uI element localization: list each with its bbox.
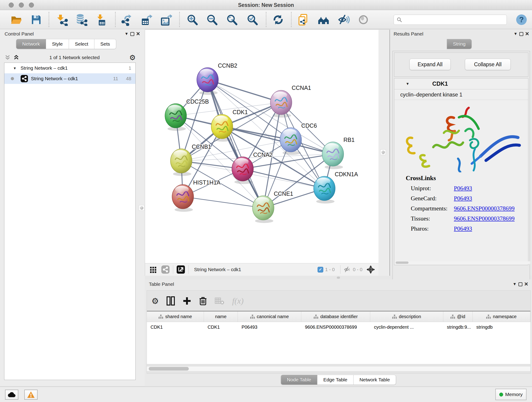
birds-eye-grid-icon[interactable] (149, 265, 157, 274)
network-node-HIST1H1A[interactable] (172, 185, 194, 209)
network-node-RB1[interactable] (322, 142, 344, 166)
left-splitter-collapse-button[interactable] (139, 205, 144, 211)
network-share-icon[interactable] (161, 265, 170, 274)
pan-crosshair-icon[interactable] (366, 265, 375, 274)
column-header-canonical-name[interactable]: canonical name (238, 312, 301, 322)
export-network-icon[interactable] (120, 13, 133, 26)
column-header-description[interactable]: description (370, 312, 443, 322)
delete-column-icon[interactable] (199, 296, 207, 306)
column-header-namespace[interactable]: namespace (473, 312, 530, 322)
table-cell[interactable]: P06493 (238, 322, 301, 332)
zoom-in-icon[interactable] (186, 13, 199, 26)
help-icon[interactable]: ? (515, 13, 528, 26)
column-header-shared-name[interactable]: shared name (147, 312, 204, 322)
open-session-icon[interactable] (10, 13, 22, 26)
tab-edge-table[interactable]: Edge Table (317, 375, 354, 385)
save-session-icon[interactable] (30, 13, 43, 26)
tab-select[interactable]: Select (69, 39, 94, 49)
global-search-field[interactable] (394, 15, 507, 25)
results-panel-close-icon[interactable]: ✕ (525, 31, 529, 37)
zoom-fit-icon[interactable] (226, 13, 239, 26)
table-cell[interactable]: stringdb:9... (443, 322, 473, 332)
network-node-CCNA2[interactable] (232, 157, 253, 181)
protein-entry-header[interactable]: ▼ CDK1 (394, 78, 528, 89)
table-panel-menu-icon[interactable]: ▼ (513, 282, 517, 287)
tab-sets[interactable]: Sets (94, 39, 116, 49)
results-horizontal-scrollbar[interactable] (396, 261, 530, 264)
duplicate-network-icon[interactable] (297, 13, 310, 26)
network-node-CCNE1[interactable] (253, 196, 274, 220)
export-table-icon[interactable] (140, 13, 152, 26)
table-cell[interactable]: CDK1 (147, 322, 204, 332)
tab-network-table[interactable]: Network Table (354, 375, 396, 385)
export-image-icon[interactable] (159, 13, 172, 26)
network-node-CDKN1A[interactable] (314, 176, 335, 201)
crosslink-link[interactable]: P06493 (454, 185, 472, 192)
crosslink-link[interactable]: P06493 (454, 195, 472, 202)
network-node-CDC25B[interactable] (165, 104, 186, 128)
show-graphics-details-icon[interactable] (357, 13, 370, 26)
tab-node-table[interactable]: Node Table (281, 375, 317, 385)
control-panel-tabs: NetworkStyleSelectSets (16, 39, 116, 49)
column-type-icon (486, 315, 491, 319)
import-network-from-database-icon[interactable] (75, 13, 88, 26)
toolbar-separator (340, 265, 341, 274)
network-view-canvas[interactable]: CCNB2CCNA1CDC25BCDK1CDC6RB1CCNB1CCNA2CDK… (145, 30, 379, 263)
import-table-from-file-icon[interactable] (95, 13, 108, 26)
network-collection-row[interactable]: ▼ String Network – cdk1 1 (4, 63, 135, 73)
table-panel-float-icon[interactable] (519, 282, 522, 286)
cloud-status-button[interactable] (5, 390, 18, 400)
network-row[interactable]: String Network – cdk1 11 48 (4, 73, 135, 84)
table-panel-close-icon[interactable]: ✕ (524, 281, 528, 287)
network-node-CCNB1[interactable] (171, 149, 192, 173)
table-row[interactable]: CDK1CDK1P064939606.ENSP00000378699cyclin… (147, 322, 530, 332)
results-panel-menu-icon[interactable]: ▼ (514, 32, 518, 36)
warnings-button[interactable] (24, 390, 38, 400)
crosslink-link[interactable]: P06493 (454, 225, 472, 232)
zoom-selected-icon[interactable] (246, 13, 259, 26)
column-header-name[interactable]: name (204, 312, 238, 322)
expand-all-icon[interactable] (13, 54, 20, 61)
results-panel-float-icon[interactable] (519, 32, 523, 36)
table-options-gear-icon[interactable]: ⚙ (152, 296, 159, 306)
control-panel-title: Control Panel (5, 31, 34, 37)
show-columns-icon[interactable] (167, 296, 175, 306)
zoom-out-icon[interactable] (206, 13, 219, 26)
section-expander-icon[interactable]: ▼ (406, 82, 409, 86)
column-header-@id[interactable]: @id (443, 312, 473, 322)
hide-graphics-details-icon[interactable] (337, 13, 350, 26)
network-node-CDK1[interactable] (211, 114, 233, 139)
column-header-database-identifier[interactable]: database identifier (301, 312, 370, 322)
network-node-CDC6[interactable] (280, 128, 302, 152)
table-cell[interactable]: CDK1 (204, 322, 238, 332)
control-panel-float-icon[interactable] (130, 32, 134, 36)
search-input[interactable] (402, 17, 500, 22)
table-cell[interactable]: cyclin-dependent ... (370, 322, 443, 332)
create-column-icon[interactable] (183, 297, 191, 305)
memory-button[interactable]: Memory (495, 389, 526, 400)
import-network-from-file-icon[interactable] (56, 13, 69, 26)
home-panel-icon[interactable] (317, 13, 330, 26)
crosslink-link[interactable]: 9606.ENSP00000378699 (454, 205, 515, 212)
selected-checkbox-icon[interactable]: ✓ (317, 267, 323, 273)
table-cell[interactable]: 9606.ENSP00000378699 (301, 322, 370, 332)
refresh-icon[interactable] (272, 13, 285, 26)
export-view-icon[interactable] (177, 265, 185, 274)
tab-style[interactable]: Style (46, 39, 69, 49)
table-horizontal-scrollbar[interactable] (147, 366, 530, 371)
crosslink-link[interactable]: 9606.ENSP00000378699 (454, 215, 515, 222)
tab-string[interactable]: String (447, 39, 472, 49)
network-node-CCNA1[interactable] (270, 90, 292, 115)
network-node-CCNB2[interactable] (197, 68, 218, 92)
hidden-eye-slash-icon[interactable] (344, 266, 351, 273)
control-panel-menu-icon[interactable]: ▼ (125, 32, 128, 36)
table-cell[interactable]: stringdb (473, 322, 530, 332)
collapse-all-button[interactable]: Collapse All (465, 59, 511, 70)
control-panel-close-icon[interactable]: ✕ (136, 31, 140, 37)
right-splitter-collapse-button[interactable] (380, 149, 386, 155)
network-options-gear-icon[interactable]: ⚙ (129, 53, 136, 62)
tree-expander-icon[interactable]: ▼ (13, 66, 17, 70)
collapse-all-icon[interactable] (4, 54, 11, 61)
tab-network[interactable]: Network (16, 39, 46, 49)
expand-all-button[interactable]: Expand All (409, 59, 451, 70)
